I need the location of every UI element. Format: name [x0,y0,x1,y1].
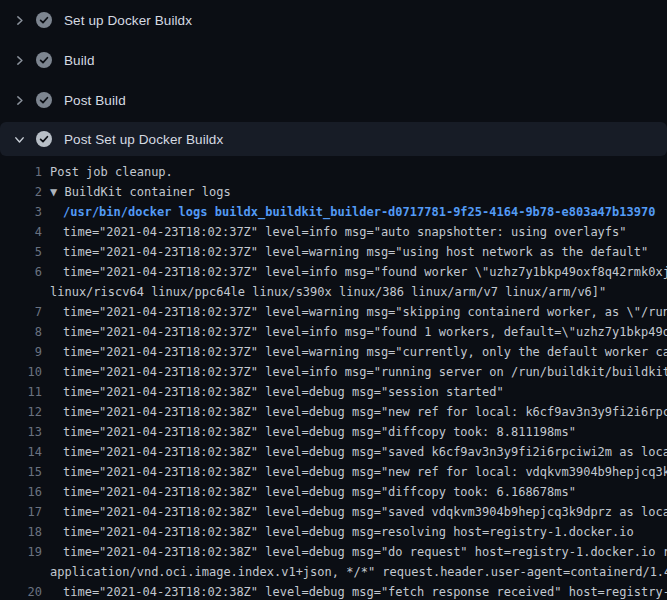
step-row-post-build[interactable]: Post Build [0,80,667,120]
log-line: 16time="2021-04-23T18:02:38Z" level=debu… [0,482,667,502]
log-text: time="2021-04-23T18:02:38Z" level=debug … [50,582,667,600]
step-row-set-up-docker-buildx[interactable]: Set up Docker Buildx [0,0,667,40]
line-number[interactable]: 6 [0,262,42,282]
log-line: 12time="2021-04-23T18:02:38Z" level=debu… [0,402,667,422]
log-line: linux/riscv64 linux/ppc64le linux/s390x … [0,282,667,302]
line-number[interactable]: 2 [0,182,42,202]
step-label: Build [64,53,95,68]
line-number[interactable]: 17 [0,502,42,522]
log-line: 4time="2021-04-23T18:02:37Z" level=info … [0,222,667,242]
log-text: time="2021-04-23T18:02:38Z" level=debug … [50,502,667,522]
log-line: 14time="2021-04-23T18:02:38Z" level=debu… [0,442,667,462]
chevron-down-icon[interactable] [12,132,26,146]
success-check-circle-icon [36,131,52,147]
line-number[interactable]: 12 [0,402,42,422]
log-line: 13time="2021-04-23T18:02:38Z" level=debu… [0,422,667,442]
log-text: time="2021-04-23T18:02:37Z" level=warnin… [50,302,667,322]
line-number[interactable]: 7 [0,302,42,322]
log-command-text: /usr/bin/docker logs buildx_buildkit_bui… [50,202,655,222]
line-number[interactable]: 1 [0,162,42,182]
log-line: 20time="2021-04-23T18:02:38Z" level=debu… [0,582,667,600]
log-text: application/vnd.oci.image.index.v1+json,… [50,562,667,582]
success-check-circle-icon [36,12,52,28]
line-number[interactable]: 16 [0,482,42,502]
step-label: Post Build [64,93,126,108]
log-line: 8time="2021-04-23T18:02:37Z" level=info … [0,322,667,342]
log-line: 2▼ BuildKit container logs [0,182,667,202]
log-area: 1Post job cleanup.2▼ BuildKit container … [0,156,667,600]
line-number[interactable]: 14 [0,442,42,462]
log-text: linux/riscv64 linux/ppc64le linux/s390x … [50,282,606,302]
log-text: Post job cleanup. [50,162,173,182]
step-row-build[interactable]: Build [0,40,667,80]
log-text: time="2021-04-23T18:02:38Z" level=debug … [50,422,576,442]
step-label: Set up Docker Buildx [64,13,192,28]
success-check-circle-icon [36,92,52,108]
success-check-circle-icon [36,52,52,68]
log-line: 1Post job cleanup. [0,162,667,182]
log-line: 17time="2021-04-23T18:02:38Z" level=debu… [0,502,667,522]
line-number[interactable]: 11 [0,382,42,402]
steps-list: Set up Docker BuildxBuildPost BuildPost … [0,0,667,156]
step-row-post-set-up-docker-buildx[interactable]: Post Set up Docker Buildx [0,122,667,156]
log-text: time="2021-04-23T18:02:38Z" level=debug … [50,402,667,422]
line-number[interactable]: 4 [0,222,42,242]
log-text: ▼ BuildKit container logs [50,182,231,202]
chevron-right-icon[interactable] [12,93,26,107]
line-number[interactable]: 9 [0,342,42,362]
log-text: time="2021-04-23T18:02:37Z" level=info m… [50,362,667,382]
log-text: time="2021-04-23T18:02:37Z" level=info m… [50,222,627,242]
log-text: time="2021-04-23T18:02:38Z" level=debug … [50,542,667,562]
line-number[interactable]: 3 [0,202,42,222]
log-line: 7time="2021-04-23T18:02:37Z" level=warni… [0,302,667,322]
line-number[interactable]: 5 [0,242,42,262]
line-number[interactable]: 8 [0,322,42,342]
log-line: 19time="2021-04-23T18:02:38Z" level=debu… [0,542,667,562]
log-text: time="2021-04-23T18:02:38Z" level=debug … [50,522,634,542]
log-text: time="2021-04-23T18:02:37Z" level=warnin… [50,242,648,262]
log-text: time="2021-04-23T18:02:38Z" level=debug … [50,442,667,462]
log-text: time="2021-04-23T18:02:37Z" level=info m… [50,262,667,282]
log-text: time="2021-04-23T18:02:38Z" level=debug … [50,482,576,502]
log-line: 9time="2021-04-23T18:02:37Z" level=warni… [0,342,667,362]
line-number[interactable] [0,282,42,302]
line-number[interactable]: 10 [0,362,42,382]
log-line: 11time="2021-04-23T18:02:38Z" level=debu… [0,382,667,402]
line-number[interactable]: 13 [0,422,42,442]
chevron-right-icon[interactable] [12,53,26,67]
log-line: 3/usr/bin/docker logs buildx_buildkit_bu… [0,202,667,222]
chevron-right-icon[interactable] [12,13,26,27]
log-text: time="2021-04-23T18:02:38Z" level=debug … [50,382,504,402]
log-line: 10time="2021-04-23T18:02:37Z" level=info… [0,362,667,382]
line-number[interactable]: 20 [0,582,42,600]
log-text: time="2021-04-23T18:02:38Z" level=debug … [50,462,667,482]
log-line: 5time="2021-04-23T18:02:37Z" level=warni… [0,242,667,262]
log-line: 15time="2021-04-23T18:02:38Z" level=debu… [0,462,667,482]
line-number[interactable]: 19 [0,542,42,562]
line-number[interactable]: 18 [0,522,42,542]
line-number[interactable] [0,562,42,582]
log-line: 6time="2021-04-23T18:02:37Z" level=info … [0,262,667,282]
group-collapse-toggle-icon[interactable]: ▼ [50,185,57,199]
log-line: 18time="2021-04-23T18:02:38Z" level=debu… [0,522,667,542]
log-text: time="2021-04-23T18:02:37Z" level=warnin… [50,342,667,362]
log-line: application/vnd.oci.image.index.v1+json,… [0,562,667,582]
log-text: time="2021-04-23T18:02:37Z" level=info m… [50,322,667,342]
step-label: Post Set up Docker Buildx [64,132,223,147]
line-number[interactable]: 15 [0,462,42,482]
